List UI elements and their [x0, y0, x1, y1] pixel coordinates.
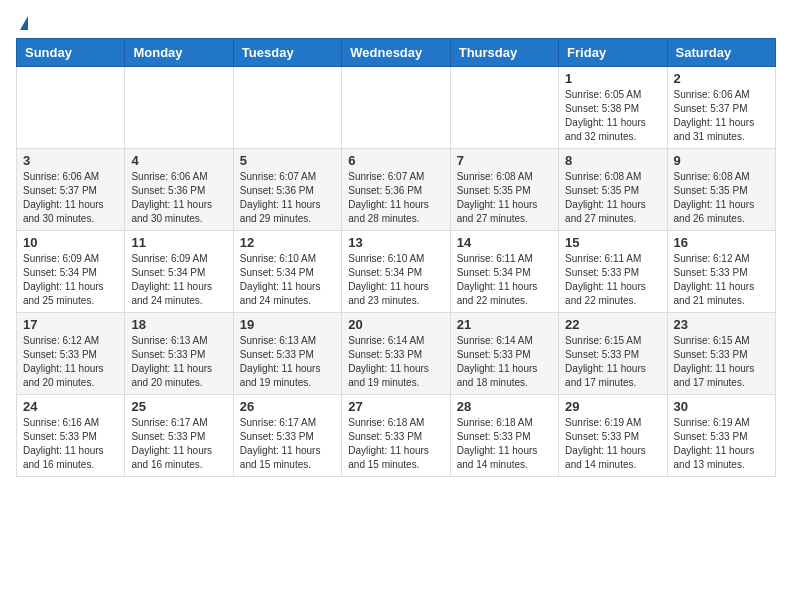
day-info: Sunrise: 6:14 AM Sunset: 5:33 PM Dayligh…: [348, 334, 443, 390]
calendar-header: SundayMondayTuesdayWednesdayThursdayFrid…: [17, 39, 776, 67]
calendar-cell: 29Sunrise: 6:19 AM Sunset: 5:33 PM Dayli…: [559, 395, 667, 477]
day-number: 8: [565, 153, 660, 168]
day-info: Sunrise: 6:17 AM Sunset: 5:33 PM Dayligh…: [131, 416, 226, 472]
calendar-cell: 3Sunrise: 6:06 AM Sunset: 5:37 PM Daylig…: [17, 149, 125, 231]
day-info: Sunrise: 6:08 AM Sunset: 5:35 PM Dayligh…: [674, 170, 769, 226]
day-number: 16: [674, 235, 769, 250]
day-number: 4: [131, 153, 226, 168]
day-number: 2: [674, 71, 769, 86]
day-info: Sunrise: 6:07 AM Sunset: 5:36 PM Dayligh…: [348, 170, 443, 226]
day-info: Sunrise: 6:18 AM Sunset: 5:33 PM Dayligh…: [457, 416, 552, 472]
day-info: Sunrise: 6:11 AM Sunset: 5:34 PM Dayligh…: [457, 252, 552, 308]
calendar-week-2: 3Sunrise: 6:06 AM Sunset: 5:37 PM Daylig…: [17, 149, 776, 231]
day-number: 1: [565, 71, 660, 86]
calendar-cell: 10Sunrise: 6:09 AM Sunset: 5:34 PM Dayli…: [17, 231, 125, 313]
day-number: 7: [457, 153, 552, 168]
day-info: Sunrise: 6:07 AM Sunset: 5:36 PM Dayligh…: [240, 170, 335, 226]
day-number: 20: [348, 317, 443, 332]
day-info: Sunrise: 6:10 AM Sunset: 5:34 PM Dayligh…: [240, 252, 335, 308]
calendar-cell: [233, 67, 341, 149]
day-info: Sunrise: 6:06 AM Sunset: 5:37 PM Dayligh…: [23, 170, 118, 226]
day-number: 21: [457, 317, 552, 332]
day-info: Sunrise: 6:09 AM Sunset: 5:34 PM Dayligh…: [23, 252, 118, 308]
calendar-cell: 4Sunrise: 6:06 AM Sunset: 5:36 PM Daylig…: [125, 149, 233, 231]
weekday-header-tuesday: Tuesday: [233, 39, 341, 67]
day-number: 15: [565, 235, 660, 250]
calendar-cell: 15Sunrise: 6:11 AM Sunset: 5:33 PM Dayli…: [559, 231, 667, 313]
calendar-week-4: 17Sunrise: 6:12 AM Sunset: 5:33 PM Dayli…: [17, 313, 776, 395]
day-number: 27: [348, 399, 443, 414]
calendar-cell: 7Sunrise: 6:08 AM Sunset: 5:35 PM Daylig…: [450, 149, 558, 231]
calendar-cell: 17Sunrise: 6:12 AM Sunset: 5:33 PM Dayli…: [17, 313, 125, 395]
day-info: Sunrise: 6:10 AM Sunset: 5:34 PM Dayligh…: [348, 252, 443, 308]
day-number: 30: [674, 399, 769, 414]
day-info: Sunrise: 6:06 AM Sunset: 5:37 PM Dayligh…: [674, 88, 769, 144]
day-info: Sunrise: 6:12 AM Sunset: 5:33 PM Dayligh…: [674, 252, 769, 308]
day-info: Sunrise: 6:15 AM Sunset: 5:33 PM Dayligh…: [565, 334, 660, 390]
calendar-cell: 30Sunrise: 6:19 AM Sunset: 5:33 PM Dayli…: [667, 395, 775, 477]
calendar-cell: 16Sunrise: 6:12 AM Sunset: 5:33 PM Dayli…: [667, 231, 775, 313]
calendar-cell: 2Sunrise: 6:06 AM Sunset: 5:37 PM Daylig…: [667, 67, 775, 149]
weekday-header-friday: Friday: [559, 39, 667, 67]
calendar-cell: 28Sunrise: 6:18 AM Sunset: 5:33 PM Dayli…: [450, 395, 558, 477]
calendar-cell: [17, 67, 125, 149]
day-number: 5: [240, 153, 335, 168]
weekday-header-row: SundayMondayTuesdayWednesdayThursdayFrid…: [17, 39, 776, 67]
calendar-cell: 6Sunrise: 6:07 AM Sunset: 5:36 PM Daylig…: [342, 149, 450, 231]
calendar-cell: [450, 67, 558, 149]
day-number: 17: [23, 317, 118, 332]
calendar-cell: 21Sunrise: 6:14 AM Sunset: 5:33 PM Dayli…: [450, 313, 558, 395]
day-info: Sunrise: 6:13 AM Sunset: 5:33 PM Dayligh…: [131, 334, 226, 390]
day-info: Sunrise: 6:11 AM Sunset: 5:33 PM Dayligh…: [565, 252, 660, 308]
day-number: 12: [240, 235, 335, 250]
weekday-header-saturday: Saturday: [667, 39, 775, 67]
day-number: 25: [131, 399, 226, 414]
day-info: Sunrise: 6:19 AM Sunset: 5:33 PM Dayligh…: [565, 416, 660, 472]
calendar-week-1: 1Sunrise: 6:05 AM Sunset: 5:38 PM Daylig…: [17, 67, 776, 149]
calendar-cell: [342, 67, 450, 149]
calendar-cell: 25Sunrise: 6:17 AM Sunset: 5:33 PM Dayli…: [125, 395, 233, 477]
calendar-week-5: 24Sunrise: 6:16 AM Sunset: 5:33 PM Dayli…: [17, 395, 776, 477]
day-number: 24: [23, 399, 118, 414]
day-number: 10: [23, 235, 118, 250]
calendar-cell: 1Sunrise: 6:05 AM Sunset: 5:38 PM Daylig…: [559, 67, 667, 149]
day-number: 9: [674, 153, 769, 168]
weekday-header-wednesday: Wednesday: [342, 39, 450, 67]
day-number: 18: [131, 317, 226, 332]
calendar-cell: 22Sunrise: 6:15 AM Sunset: 5:33 PM Dayli…: [559, 313, 667, 395]
day-number: 11: [131, 235, 226, 250]
calendar-cell: 11Sunrise: 6:09 AM Sunset: 5:34 PM Dayli…: [125, 231, 233, 313]
day-number: 6: [348, 153, 443, 168]
calendar-cell: 23Sunrise: 6:15 AM Sunset: 5:33 PM Dayli…: [667, 313, 775, 395]
calendar-cell: 20Sunrise: 6:14 AM Sunset: 5:33 PM Dayli…: [342, 313, 450, 395]
logo: [16, 16, 28, 30]
day-info: Sunrise: 6:18 AM Sunset: 5:33 PM Dayligh…: [348, 416, 443, 472]
day-info: Sunrise: 6:06 AM Sunset: 5:36 PM Dayligh…: [131, 170, 226, 226]
weekday-header-sunday: Sunday: [17, 39, 125, 67]
day-info: Sunrise: 6:12 AM Sunset: 5:33 PM Dayligh…: [23, 334, 118, 390]
day-info: Sunrise: 6:17 AM Sunset: 5:33 PM Dayligh…: [240, 416, 335, 472]
calendar-cell: 5Sunrise: 6:07 AM Sunset: 5:36 PM Daylig…: [233, 149, 341, 231]
calendar-cell: 26Sunrise: 6:17 AM Sunset: 5:33 PM Dayli…: [233, 395, 341, 477]
day-info: Sunrise: 6:09 AM Sunset: 5:34 PM Dayligh…: [131, 252, 226, 308]
calendar-cell: [125, 67, 233, 149]
day-info: Sunrise: 6:15 AM Sunset: 5:33 PM Dayligh…: [674, 334, 769, 390]
calendar-cell: 14Sunrise: 6:11 AM Sunset: 5:34 PM Dayli…: [450, 231, 558, 313]
day-info: Sunrise: 6:13 AM Sunset: 5:33 PM Dayligh…: [240, 334, 335, 390]
logo-triangle-icon: [20, 16, 28, 30]
calendar-cell: 27Sunrise: 6:18 AM Sunset: 5:33 PM Dayli…: [342, 395, 450, 477]
page-header: [16, 16, 776, 30]
calendar-cell: 8Sunrise: 6:08 AM Sunset: 5:35 PM Daylig…: [559, 149, 667, 231]
calendar-cell: 18Sunrise: 6:13 AM Sunset: 5:33 PM Dayli…: [125, 313, 233, 395]
day-number: 26: [240, 399, 335, 414]
day-number: 23: [674, 317, 769, 332]
day-number: 22: [565, 317, 660, 332]
calendar-cell: 19Sunrise: 6:13 AM Sunset: 5:33 PM Dayli…: [233, 313, 341, 395]
day-info: Sunrise: 6:14 AM Sunset: 5:33 PM Dayligh…: [457, 334, 552, 390]
calendar-week-3: 10Sunrise: 6:09 AM Sunset: 5:34 PM Dayli…: [17, 231, 776, 313]
day-number: 13: [348, 235, 443, 250]
day-number: 3: [23, 153, 118, 168]
calendar-table: SundayMondayTuesdayWednesdayThursdayFrid…: [16, 38, 776, 477]
weekday-header-thursday: Thursday: [450, 39, 558, 67]
weekday-header-monday: Monday: [125, 39, 233, 67]
